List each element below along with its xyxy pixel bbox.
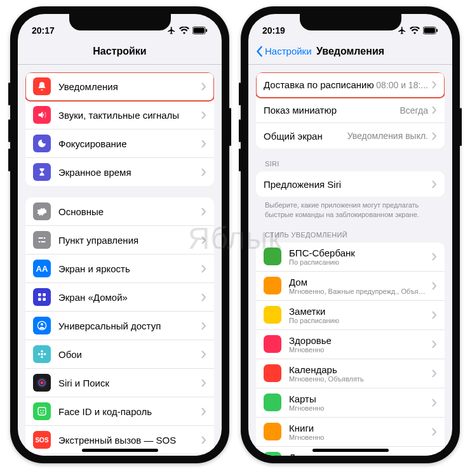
home-indicator[interactable] [82, 449, 158, 452]
app-icon [264, 423, 281, 440]
settings-row[interactable]: AAЭкран и яркость [25, 255, 214, 283]
row-label: Звуки, тактильные сигналы [58, 110, 201, 121]
row-icon [33, 231, 51, 249]
section-header: СТИЛЬ УВЕДОМЛЕНИЙ [256, 231, 445, 242]
row-value: Уведомления выкл. [347, 131, 428, 141]
chevron-right-icon [432, 428, 437, 436]
settings-row[interactable]: ЗаметкиПо расписанию [256, 301, 445, 330]
settings-row[interactable]: Экран «Домой» [25, 283, 214, 312]
row-label: Универсальный доступ [58, 321, 201, 331]
chevron-right-icon [432, 180, 437, 188]
chevron-right-icon [432, 253, 437, 261]
chevron-right-icon [201, 436, 206, 444]
chevron-left-icon [256, 46, 264, 57]
settings-row[interactable]: Основные [25, 197, 214, 226]
svg-point-11 [41, 356, 43, 358]
chevron-right-icon [201, 293, 206, 301]
row-subtitle: Мгновенно [289, 433, 432, 441]
status-icons [167, 26, 208, 35]
notch [69, 14, 171, 30]
settings-row[interactable]: КалендарьМгновенно, Объявлять [256, 359, 445, 388]
app-icon [264, 335, 281, 353]
settings-row[interactable]: Siri и Поиск [25, 369, 214, 397]
row-label: Экстренный вызов — SOS [58, 435, 201, 446]
home-indicator[interactable] [312, 449, 389, 452]
row-label: Книги [289, 423, 432, 433]
row-icon [33, 135, 51, 152]
app-icon [264, 393, 281, 411]
phone-right: 20:19 Настройки Уведомления Доставка по … [241, 6, 460, 463]
app-icon [264, 277, 281, 294]
row-icon [33, 77, 51, 95]
row-label: Доставка по расписанию [264, 79, 376, 90]
chevron-right-icon [432, 132, 437, 140]
settings-row[interactable]: БПС-СбербанкПо расписанию [256, 242, 445, 272]
settings-row[interactable]: Фокусирование [25, 129, 214, 158]
row-label: Показ миниатюр [264, 105, 399, 116]
svg-rect-3 [38, 293, 41, 296]
row-label: Локатор [289, 452, 432, 456]
chevron-right-icon [201, 208, 206, 216]
row-subtitle: Мгновенно, Важные предупрежд., Объя… [289, 288, 432, 295]
chevron-right-icon [201, 83, 206, 91]
row-subtitle: Мгновенно [289, 404, 432, 412]
settings-row[interactable]: Пункт управления [25, 226, 214, 255]
settings-row[interactable]: Предложения Siri [256, 171, 445, 197]
settings-row[interactable]: Общий экранУведомления выкл. [256, 123, 445, 149]
svg-point-18 [40, 410, 41, 411]
settings-row[interactable]: Экранное время [25, 158, 214, 186]
svg-point-19 [43, 410, 44, 411]
settings-row[interactable]: КнигиМгновенно [256, 418, 445, 447]
chevron-right-icon [432, 81, 437, 89]
row-icon [33, 317, 51, 334]
settings-row[interactable]: Доставка по расписанию08:00 и 18:... [256, 72, 445, 98]
phone-left: 20:17 Настройки УведомленияЗвуки, тактил… [10, 6, 229, 463]
row-label: БПС-Сбербанк [289, 248, 432, 258]
settings-row[interactable]: Показ миниатюрВсегда [256, 98, 445, 123]
row-label: Экран «Домой» [58, 292, 201, 303]
row-icon [33, 288, 51, 306]
app-icon [264, 364, 281, 382]
status-time: 20:17 [32, 25, 55, 36]
chevron-right-icon [201, 407, 206, 416]
row-icon [33, 402, 51, 420]
settings-row[interactable]: Face ID и код-пароль [25, 397, 214, 426]
svg-rect-26 [436, 29, 438, 32]
svg-rect-1 [193, 28, 205, 33]
row-label: Дом [289, 277, 432, 288]
row-label: Заметки [289, 306, 432, 317]
chevron-right-icon [432, 106, 437, 114]
settings-row[interactable]: КартыМгновенно [256, 388, 445, 418]
app-icon [264, 452, 281, 456]
chevron-right-icon [201, 379, 206, 387]
settings-row[interactable]: ДомМгновенно, Важные предупрежд., Объя… [256, 272, 445, 301]
chevron-right-icon [432, 340, 437, 348]
settings-row[interactable]: Универсальный доступ [25, 312, 214, 340]
row-label: Face ID и код-пароль [58, 406, 201, 417]
row-label: Пункт управления [58, 235, 201, 246]
status-time: 20:19 [262, 25, 285, 36]
svg-point-13 [44, 353, 46, 355]
svg-rect-2 [206, 29, 207, 32]
row-value: 08:00 и 18:... [376, 80, 428, 90]
row-icon [33, 202, 51, 220]
svg-rect-6 [43, 298, 46, 301]
settings-row[interactable]: ЗдоровьеМгновенно [256, 330, 445, 359]
navbar: Настройки Уведомления [248, 39, 452, 65]
chevron-right-icon [201, 168, 206, 176]
wifi-icon [179, 27, 189, 34]
row-label: Карты [289, 393, 432, 404]
back-label: Настройки [265, 46, 312, 56]
settings-row[interactable]: Звуки, тактильные сигналы [25, 101, 214, 129]
screen-left: 20:17 Настройки УведомленияЗвуки, тактил… [18, 14, 222, 456]
row-icon: AA [33, 260, 51, 277]
settings-row[interactable]: Уведомления [25, 72, 214, 101]
row-label: Siri и Поиск [58, 378, 201, 388]
section-header: SIRI [256, 160, 445, 171]
screen-right: 20:19 Настройки Уведомления Доставка по … [248, 14, 452, 456]
row-label: Экранное время [58, 167, 201, 178]
back-button[interactable]: Настройки [256, 46, 312, 57]
settings-row[interactable]: Уведомления о контакте [25, 454, 214, 456]
chevron-right-icon [432, 399, 437, 407]
settings-row[interactable]: Обои [25, 340, 214, 369]
